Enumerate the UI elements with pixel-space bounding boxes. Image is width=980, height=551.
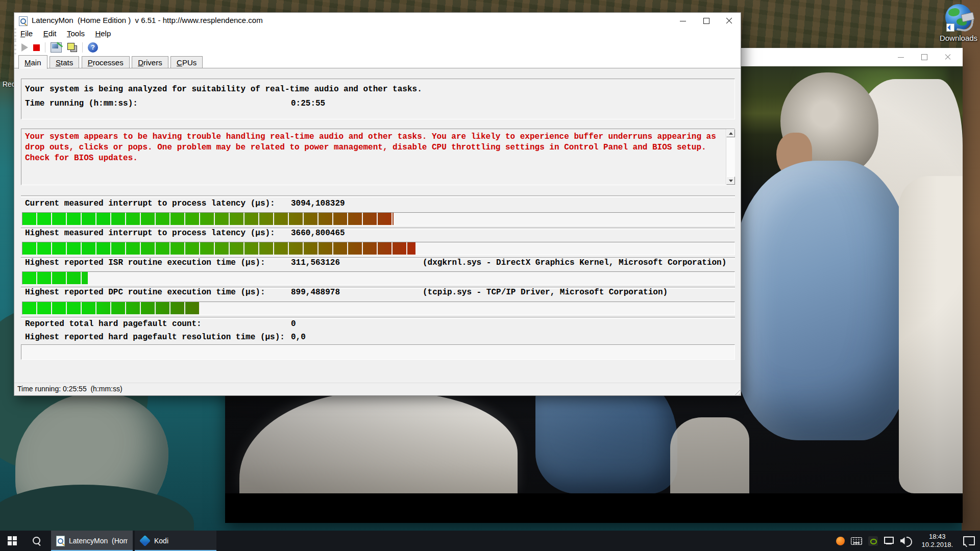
latency-bar-track <box>22 212 735 226</box>
taskbar-app-label: Kodi <box>154 537 168 545</box>
action-center-icon[interactable] <box>963 536 975 545</box>
latencymon-window: LatencyMon (Home Edition ) v 6.51 - http… <box>14 12 741 396</box>
report-icon[interactable] <box>51 42 62 53</box>
video-letterbox-bar <box>225 493 963 523</box>
warning-text: Your system appears to be having trouble… <box>25 132 719 164</box>
taskbar-app-label: LatencyMon (Hom... <box>69 537 128 545</box>
latency-bar <box>22 213 394 225</box>
menu-file[interactable]: File <box>16 28 37 39</box>
volume-icon[interactable] <box>900 536 914 545</box>
warning-scrollbar[interactable] <box>726 129 735 185</box>
taskbar-spacer <box>216 531 836 551</box>
desktop-icon-downloads[interactable]: Downloads <box>937 4 980 42</box>
help-icon[interactable]: ? <box>88 42 98 53</box>
pagefault-count-value: 0 <box>291 319 296 329</box>
metric-label: Highest reported ISR routine execution t… <box>25 258 265 267</box>
tab-drivers[interactable]: Drivers <box>132 56 168 69</box>
kodi-minimize-button[interactable] <box>889 48 913 66</box>
search-icon <box>33 537 41 545</box>
menu-help[interactable]: Help <box>91 28 115 39</box>
latencymon-app-icon <box>19 16 28 26</box>
downloads-globe-icon <box>945 4 972 31</box>
metric-label: Highest reported DPC routine execution t… <box>25 288 265 297</box>
globe-land <box>948 8 960 16</box>
time-running-label: Time running (h:mm:ss): <box>25 99 138 108</box>
latency-bar <box>22 272 88 284</box>
tab-stats[interactable]: Stats <box>50 56 79 69</box>
kodi-close-button[interactable] <box>936 48 960 66</box>
kodi-maximize-button[interactable] <box>913 48 936 66</box>
window-title: LatencyMon (Home Edition ) v 6.51 - http… <box>32 13 263 28</box>
pagefault-count-label: Reported total hard pagefault count: <box>25 319 202 329</box>
toolbar-separator <box>82 42 83 53</box>
taskbar-app-latencymon[interactable]: LatencyMon (Hom... <box>51 531 133 551</box>
metric-value: 3094,108329 <box>291 199 345 208</box>
empty-field <box>21 344 735 360</box>
globe-cable <box>957 17 974 33</box>
latency-bar-track <box>22 271 735 285</box>
status-bar-text: Time running: 0:25:55 (h:mm:ss) <box>17 385 122 393</box>
toolbar: ? <box>14 40 741 55</box>
latency-bar-track <box>22 242 735 255</box>
latencymon-titlebar[interactable]: LatencyMon (Home Edition ) v 6.51 - http… <box>14 13 741 28</box>
latencymon-taskbar-icon <box>56 536 65 546</box>
copy-icon[interactable] <box>67 43 77 52</box>
metric-driver-detail: (tcpip.sys - TCP/IP Driver, Microsoft Co… <box>423 288 668 297</box>
toolbar-separator <box>45 42 45 53</box>
taskbar-search-button[interactable] <box>24 531 49 551</box>
pagefault-time-label: Highest reported hard pagefault resoluti… <box>25 333 285 342</box>
latency-bar-track <box>22 302 735 315</box>
status-bar: Time running: 0:25:55 (h:mm:ss) <box>14 383 741 395</box>
nvidia-icon[interactable] <box>868 536 878 546</box>
latency-bar <box>22 242 415 255</box>
main-tab-page: Your system is being analyzed for suitab… <box>14 68 741 384</box>
taskbar: LatencyMon (Hom... Kodi 18:43 10.2.2018. <box>0 531 980 551</box>
minimize-button[interactable] <box>672 13 695 28</box>
kodi-taskbar-icon <box>139 535 151 546</box>
pagefault-time-value: 0,0 <box>291 333 306 342</box>
analysis-status-text: Your system is being analyzed for suitab… <box>25 85 422 94</box>
start-button[interactable] <box>0 531 24 551</box>
scroll-up-icon[interactable] <box>726 129 735 137</box>
metric-value: 899,488978 <box>291 288 340 297</box>
wallpaper-rock-edge <box>962 0 980 551</box>
time-running-value: 0:25:55 <box>291 99 325 108</box>
metric-label: Current measured interrupt to process la… <box>25 199 275 208</box>
stop-icon[interactable] <box>33 44 40 51</box>
metric-label: Highest measured interrupt to process la… <box>25 229 275 238</box>
taskbar-clock[interactable]: 18:43 10.2.2018. <box>920 533 955 549</box>
clock-time: 18:43 <box>922 533 953 541</box>
close-button[interactable] <box>718 13 741 28</box>
taskbar-app-kodi[interactable]: Kodi <box>135 531 216 551</box>
shortcut-arrow-icon <box>946 23 954 32</box>
clock-date: 10.2.2018. <box>922 541 953 549</box>
tab-strip: Main Stats Processes Drivers CPUs <box>14 55 741 68</box>
separator <box>21 317 735 319</box>
metric-driver-detail: (dxgkrnl.sys - DirectX Graphics Kernel, … <box>423 258 726 267</box>
windows-logo-icon <box>8 536 17 545</box>
menu-bar: File Edit Tools Help <box>14 28 741 40</box>
menu-edit[interactable]: Edit <box>39 28 61 39</box>
tab-main[interactable]: Main <box>18 55 47 69</box>
touch-keyboard-icon[interactable] <box>851 537 862 545</box>
maximize-button[interactable] <box>695 13 718 28</box>
latency-bar <box>22 302 199 314</box>
separator <box>21 195 735 197</box>
downloads-icon-label: Downloads <box>937 34 980 42</box>
tab-processes[interactable]: Processes <box>82 56 130 69</box>
metric-value: 3660,800465 <box>291 229 345 238</box>
network-icon[interactable] <box>884 537 894 545</box>
system-tray: 18:43 10.2.2018. <box>836 531 980 551</box>
metric-value: 311,563126 <box>291 258 340 267</box>
screen: Rec Downloads <box>0 0 980 551</box>
avast-icon[interactable] <box>836 537 845 545</box>
resize-grip[interactable] <box>733 388 740 395</box>
menu-tools[interactable]: Tools <box>63 28 89 39</box>
play-icon[interactable] <box>21 43 28 52</box>
tab-cpus[interactable]: CPUs <box>170 56 203 69</box>
scroll-down-icon[interactable] <box>726 177 735 185</box>
